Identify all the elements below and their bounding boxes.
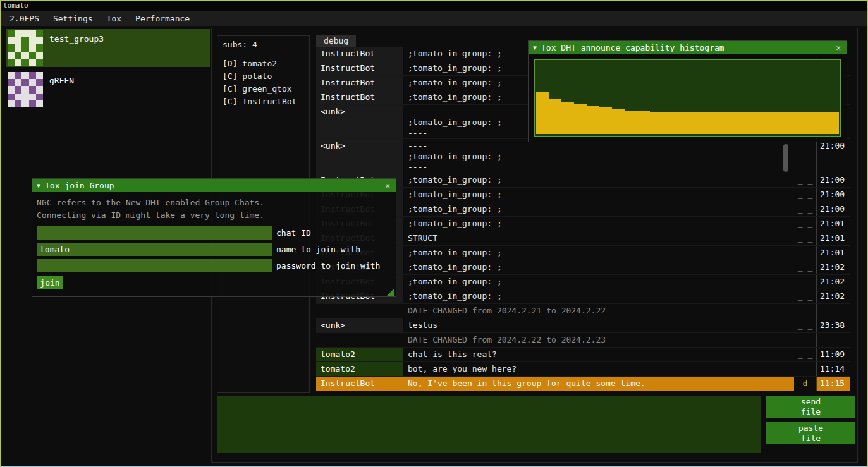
- subs-count: subs: 4: [223, 40, 309, 49]
- menu-tox[interactable]: Tox: [100, 14, 128, 23]
- group-name: test_group3: [43, 30, 104, 44]
- message-time: 11:09: [816, 348, 850, 361]
- message-time: 21:00: [816, 173, 850, 187]
- message-status: _ _: [794, 362, 816, 376]
- histogram-bar: [700, 112, 712, 134]
- window-title: Tox join Group: [45, 181, 384, 190]
- window-title: Tox DHT announce capability histogram: [541, 43, 834, 52]
- sidebar-item-test-group3[interactable]: test_group3: [6, 29, 210, 67]
- window-titlebar[interactable]: tomato: [0, 0, 868, 11]
- chat-message-text: chat is this real?: [403, 348, 794, 361]
- paste-file-button[interactable]: paste file: [766, 422, 855, 444]
- member-item[interactable]: [C] green_qtox: [223, 83, 309, 95]
- histogram-bar: [738, 112, 750, 134]
- message-status: _ _: [794, 260, 816, 274]
- chat-message-row[interactable]: tomato2bot, are you new here?_ _11:14: [316, 362, 850, 377]
- message-time: 21:01: [816, 246, 850, 260]
- chat-id-input[interactable]: [37, 226, 272, 240]
- message-status: _ _: [794, 173, 816, 187]
- chat-message-text: No, I've been in this group for quite so…: [403, 377, 794, 391]
- dht-histogram-window: ▼ Tox DHT announce capability histogram …: [528, 40, 847, 142]
- histogram-bar: [826, 112, 839, 134]
- message-status: d: [794, 377, 816, 391]
- menu-performance[interactable]: Performance: [128, 14, 197, 23]
- histogram-bar: [587, 106, 599, 134]
- message-time: 21:02: [816, 275, 850, 289]
- dht-histogram-titlebar[interactable]: ▼ Tox DHT announce capability histogram …: [529, 41, 847, 54]
- menu-settings[interactable]: Settings: [46, 14, 100, 23]
- fps-counter: 2.0FPS: [3, 14, 46, 23]
- histogram-bar: [814, 112, 826, 134]
- chat-message-row[interactable]: <unk>testus_ _23:38: [316, 318, 850, 333]
- message-status: [794, 333, 816, 347]
- chat-message-text: testus: [403, 318, 794, 332]
- message-time: 21:02: [816, 289, 850, 303]
- chat-message-row[interactable]: <unk>---- ;tomato_in_group: ; ----_ _21:…: [316, 139, 850, 173]
- member-item[interactable]: [C] potato: [223, 70, 309, 83]
- join-password-input[interactable]: [37, 259, 272, 272]
- chat-message-row[interactable]: InstructBotNo, I've been in this group f…: [316, 377, 850, 391]
- chat-message-text: ;tomato_in_group: ;: [403, 289, 794, 303]
- member-item[interactable]: [D] tomato2: [223, 58, 309, 70]
- message-input[interactable]: [217, 396, 761, 453]
- chat-author: InstructBot: [316, 90, 403, 104]
- chat-author: tomato2: [316, 348, 403, 361]
- histogram-bar: [675, 112, 687, 134]
- chat-author: InstructBot: [316, 377, 403, 391]
- date-separator-row[interactable]: DATE CHANGED from 2024.2.22 to 2024.2.23: [316, 333, 850, 348]
- join-name-input[interactable]: [37, 243, 272, 256]
- join-group-titlebar[interactable]: ▼ Tox join Group ✕: [32, 179, 396, 192]
- chat-scrollbar[interactable]: [783, 144, 788, 172]
- chat-message-row[interactable]: tomato2chat is this real?_ _11:09: [316, 348, 850, 362]
- histogram-bar: [776, 112, 788, 134]
- histogram-bar: [750, 112, 763, 134]
- chat-message-text: ---- ;tomato_in_group: ; ----: [403, 139, 794, 173]
- close-icon[interactable]: ✕: [384, 181, 391, 190]
- app-window: tomato 2.0FPS Settings Tox Performance t…: [0, 0, 868, 467]
- histogram-bar: [599, 107, 612, 134]
- message-status: _ _: [794, 318, 816, 332]
- message-status: _ _: [794, 139, 816, 173]
- sidebar-item-green[interactable]: gREEN: [6, 71, 210, 109]
- close-icon[interactable]: ✕: [834, 43, 842, 52]
- histogram-bar: [650, 112, 663, 134]
- date-changed-text: DATE CHANGED from 2024.2.21 to 2024.2.22: [403, 304, 794, 318]
- histogram-bar: [574, 104, 587, 134]
- histogram-bar: [625, 111, 637, 134]
- histogram-bar: [549, 99, 561, 134]
- histogram-body: [529, 54, 847, 142]
- chat-message-text: STRUCT: [403, 231, 794, 245]
- resize-grip[interactable]: [387, 288, 394, 296]
- join-name-label: name to join with: [276, 245, 360, 254]
- menu-bar: 2.0FPS Settings Tox Performance: [0, 11, 868, 26]
- group-avatar-icon: [8, 72, 43, 107]
- message-status: _ _: [794, 289, 816, 303]
- window-title: tomato: [3, 1, 28, 9]
- join-button[interactable]: join: [37, 276, 63, 289]
- chat-message-text: ;tomato_in_group: ;: [403, 260, 794, 274]
- chat-author: <unk>: [316, 318, 403, 332]
- date-separator-row[interactable]: DATE CHANGED from 2024.2.21 to 2024.2.22: [316, 304, 850, 318]
- collapse-arrow-icon[interactable]: ▼: [37, 182, 40, 189]
- join-group-window: ▼ Tox join Group ✕ NGC refers to the New…: [32, 178, 396, 297]
- chat-message-text: ;tomato_in_group: ;: [403, 188, 794, 202]
- chat-message-text: ;tomato_in_group: ;: [403, 275, 794, 289]
- message-status: _ _: [794, 202, 816, 216]
- histogram-bar: [536, 92, 549, 134]
- histogram-plot[interactable]: [534, 59, 841, 137]
- chat-message-text: ;tomato_in_group: ;: [403, 217, 794, 231]
- histogram-bar: [725, 112, 738, 134]
- collapse-arrow-icon[interactable]: ▼: [533, 44, 537, 51]
- member-item[interactable]: [C] InstructBot: [223, 95, 309, 108]
- tab-debug[interactable]: debug: [316, 35, 356, 47]
- chat-message-text: bot, are you new here?: [403, 362, 794, 376]
- chat-author: [316, 333, 403, 347]
- message-time: 11:15: [816, 377, 850, 391]
- histogram-bar: [712, 112, 725, 134]
- send-file-button[interactable]: send file: [766, 396, 855, 418]
- histogram-bar: [788, 112, 801, 134]
- chat-message-text: ;tomato_in_group: ;: [403, 246, 794, 260]
- chat-message-text: ;tomato_in_group: ;: [403, 173, 794, 187]
- histogram-bar: [637, 111, 650, 134]
- message-status: _ _: [794, 348, 816, 361]
